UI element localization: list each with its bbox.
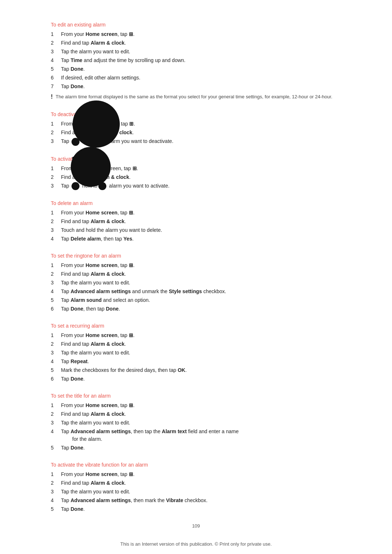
step-item: 3 Tap the alarm you want to edit. <box>51 279 341 287</box>
step-item: 5 Tap Done. <box>51 505 341 513</box>
step-number: 2 <box>51 218 61 225</box>
step-number: 7 <box>51 83 61 90</box>
section-title-delete: To delete an alarm <box>51 200 341 206</box>
step-item: 3 Tap the alarm you want to edit. <box>51 488 341 496</box>
step-content: Tap Done. <box>61 65 85 73</box>
step-item: 5 Tap Done. <box>51 65 341 73</box>
step-content: Tap Advanced alarm settings and unmark t… <box>61 288 226 295</box>
step-number: 1 <box>51 332 61 339</box>
step-number: 5 <box>51 444 61 452</box>
step-item: 2 Find and tap Alarm & clock. <box>51 410 341 418</box>
step-content: From your Home screen, tap ⊞. <box>61 402 135 409</box>
step-number: 2 <box>51 479 61 487</box>
step-number: 1 <box>51 120 61 128</box>
step-number: 6 <box>51 305 61 313</box>
section-title-vibrate: To activate the vibrate function for an … <box>51 462 341 468</box>
section-title-ringtone: To set the ringtone for an alarm <box>51 253 341 259</box>
step-content: Mark the checkboxes for the desired days… <box>61 366 187 374</box>
step-number: 3 <box>51 488 61 496</box>
step-content: Touch and hold the alarm you want to del… <box>61 226 162 234</box>
step-content: Tap the alarm you want to edit. <box>61 279 130 287</box>
note-block: ! The alarm time format displayed is the… <box>51 93 341 101</box>
note-text: The alarm time format displayed is the s… <box>56 93 332 100</box>
step-item: 4 Tap Delete alarm, then tap Yes. <box>51 235 341 243</box>
step-item: 3 Tap the alarm you want to edit. <box>51 349 341 357</box>
step-list-ringtone: 1 From your Home screen, tap ⊞. 2 Find a… <box>51 262 341 313</box>
step-content: Find and tap Alarm & clock. <box>61 410 126 418</box>
step-content: From your Home screen, tap ⊞. <box>61 471 135 478</box>
step-item: 2 Find and tap Alarm & clock. <box>51 218 341 225</box>
section-set-recurring: To set a recurring alarm 1 From your Hom… <box>51 323 341 383</box>
step-number: 4 <box>51 428 61 435</box>
step-item: 4 Tap Advanced alarm settings and unmark… <box>51 288 341 295</box>
step-number: 3 <box>51 226 61 234</box>
step-number: 3 <box>51 138 61 145</box>
step-item: 1 From your Home screen, tap ⊞. <box>51 402 341 409</box>
page-footer: This is an Internet version of this publ… <box>0 541 392 547</box>
step-content: Tap the alarm you want to edit. <box>61 48 130 56</box>
section-edit-alarm: To edit an existing alarm 1 From your Ho… <box>51 22 341 101</box>
step-number: 4 <box>51 235 61 243</box>
section-activate-alarm: To activatng alarm 1 From your Hoscreen,… <box>51 156 341 190</box>
step-content: Tap the alarm you want to edit. <box>61 349 130 357</box>
step-list-edit: 1 From your Home screen, tap ⊞. 2 Find a… <box>51 30 341 90</box>
step-number: 6 <box>51 375 61 383</box>
section-deactivate-alarm: To deactivate an am 1 From yo screen, ta… <box>51 111 341 146</box>
section-set-title: To set the title for an alarm 1 From you… <box>51 393 341 452</box>
step-item: 6 Tap Done. <box>51 375 341 383</box>
step-number: 2 <box>51 340 61 348</box>
step-content: Find and tap Alarm & clock. <box>61 270 126 278</box>
section-title-recurring: To set a recurring alarm <box>51 323 341 329</box>
step-number: 2 <box>51 129 61 136</box>
step-number: 2 <box>51 270 61 278</box>
step-number: 1 <box>51 262 61 269</box>
step-content: Tap Repeat. <box>61 358 89 365</box>
step-content: Tap Done, then tap Done. <box>61 305 120 313</box>
step-content: Tap Done. <box>61 375 85 383</box>
step-list-delete: 1 From your Home screen, tap ⊞. 2 Find a… <box>51 209 341 243</box>
step-item: 7 Tap Done. <box>51 83 341 90</box>
section-title-title: To set the title for an alarm <box>51 393 341 399</box>
step-number: 3 <box>51 182 61 190</box>
step-number: 2 <box>51 39 61 47</box>
step-item: 3 Tap the alarm you want to edit. <box>51 48 341 56</box>
step-number: 3 <box>51 279 61 287</box>
step-number: 4 <box>51 57 61 64</box>
step-list-title: 1 From your Home screen, tap ⊞. 2 Find a… <box>51 402 341 452</box>
step-content: From your Home screen, tap ⊞. <box>61 332 135 339</box>
step-content: Tap the alarm you want to edit. <box>61 419 130 427</box>
step-content: Find and tap Alarm & clock. <box>61 39 126 47</box>
step-list-vibrate: 1 From your Home screen, tap ⊞. 2 Find a… <box>51 471 341 513</box>
step-item: 1 From your Home screen, tap ⊞. <box>51 262 341 269</box>
section-delete-alarm: To delete an alarm 1 From your Home scre… <box>51 200 341 243</box>
step-item: 4 Tap Repeat. <box>51 358 341 365</box>
step-item: 1 From your Home screen, tap ⊞. <box>51 209 341 217</box>
step-number: 1 <box>51 165 61 172</box>
step-number: 4 <box>51 497 61 504</box>
step-content: From your Home screen, tap ⊞. <box>61 209 135 217</box>
step-item: 2 Find and tap Alarm & clock. <box>51 39 341 47</box>
step-content: From your Home screen, tap ⊞. <box>61 30 135 38</box>
step-item: 2 Find and tap Alarm & clock. <box>51 340 341 348</box>
step-number: 4 <box>51 288 61 295</box>
step-content: Tap Done. <box>61 444 85 452</box>
step-content: Tap Done. <box>61 83 85 90</box>
step-number: 5 <box>51 505 61 513</box>
step-content: Tap Alarm sound and select an option. <box>61 296 150 304</box>
step-number: 3 <box>51 419 61 427</box>
step-number: 5 <box>51 296 61 304</box>
step-content: Tap Done. <box>61 505 85 513</box>
step-number: 3 <box>51 48 61 56</box>
step-number: 5 <box>51 65 61 73</box>
step-content: Find and tap Alarm & clock. <box>61 340 126 348</box>
step-number: 1 <box>51 471 61 478</box>
step-item: 1 From your Home screen, tap ⊞. <box>51 471 341 478</box>
step-item: 4 Tap Advanced alarm settings, then mark… <box>51 497 341 504</box>
step-item: 5 Tap Done. <box>51 444 341 452</box>
step-number: 1 <box>51 30 61 38</box>
page-container: To edit an existing alarm 1 From your Ho… <box>0 0 392 554</box>
step-content: Tap Time and adjust the time by scrollin… <box>61 57 185 64</box>
step-item: 6 Tap Done, then tap Done. <box>51 305 341 313</box>
step-item: 2 Find and tap Alarm & clock. <box>51 270 341 278</box>
step-number: 2 <box>51 173 61 181</box>
